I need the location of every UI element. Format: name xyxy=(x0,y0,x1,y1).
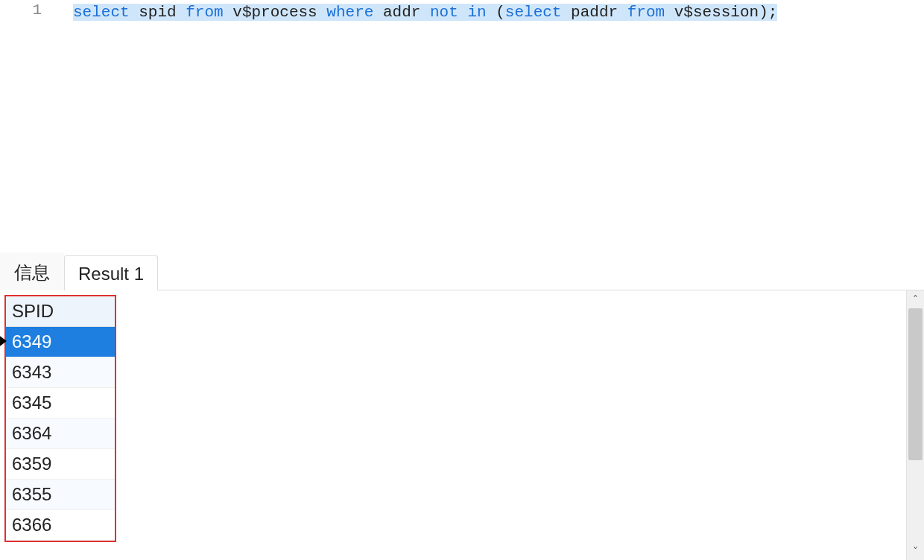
table-row[interactable]: 6359 xyxy=(6,449,115,480)
token-identifier: addr xyxy=(383,4,420,21)
results-pane: SPID 6349634363456364635963556366 ˄ ˅ xyxy=(0,290,924,560)
cell-spid[interactable]: 6355 xyxy=(6,480,115,510)
token-keyword: not xyxy=(430,4,458,21)
table-row[interactable]: 6366 xyxy=(6,510,115,541)
token-keyword: in xyxy=(467,4,486,21)
table-row[interactable]: 6355 xyxy=(6,480,115,510)
cell-spid[interactable]: 6343 xyxy=(6,357,115,388)
token-identifier xyxy=(130,4,139,21)
vertical-scrollbar[interactable]: ˄ ˅ xyxy=(906,290,924,560)
result-table[interactable]: SPID 6349634363456364635963556366 xyxy=(6,296,115,541)
table-row[interactable]: 6349 xyxy=(6,327,115,357)
token-delimiter: ( xyxy=(496,4,505,21)
token-identifier xyxy=(458,4,468,21)
token-identifier: v$session xyxy=(674,4,759,21)
token-identifier xyxy=(420,4,430,21)
cell-spid[interactable]: 6349 xyxy=(6,327,115,357)
result-tabs: 信息 Result 1 xyxy=(0,253,924,290)
token-identifier xyxy=(224,4,233,21)
scroll-up-arrow-icon[interactable]: ˄ xyxy=(907,290,924,308)
current-row-pointer-icon xyxy=(0,334,7,348)
token-identifier xyxy=(177,4,186,21)
token-delimiter: ; xyxy=(768,4,778,21)
token-identifier: paddr xyxy=(571,4,618,21)
line-number: 1 xyxy=(32,1,42,19)
token-delimiter: ) xyxy=(759,4,768,21)
cell-spid[interactable]: 6345 xyxy=(6,388,115,419)
scroll-track[interactable] xyxy=(907,308,924,542)
result-table-highlight: SPID 6349634363456364635963556366 xyxy=(4,295,116,542)
token-identifier xyxy=(317,4,327,21)
sql-editor[interactable]: 1 select spid from v$process where addr … xyxy=(0,0,924,253)
table-row[interactable]: 6343 xyxy=(6,357,115,388)
token-keyword: from xyxy=(627,4,665,21)
line-gutter: 1 xyxy=(0,0,54,253)
token-keyword: select xyxy=(73,4,130,21)
token-identifier: v$process xyxy=(232,4,317,21)
cell-spid[interactable]: 6359 xyxy=(6,449,115,480)
token-keyword: where xyxy=(326,4,373,21)
cell-spid[interactable]: 6366 xyxy=(6,510,115,541)
tab-info[interactable]: 信息 xyxy=(0,252,64,290)
column-header-spid[interactable]: SPID xyxy=(6,296,115,327)
token-identifier xyxy=(561,4,571,21)
results-scroll-area[interactable]: SPID 6349634363456364635963556366 xyxy=(0,290,906,560)
code-content[interactable]: select spid from v$process where addr no… xyxy=(54,0,924,253)
scroll-thumb[interactable] xyxy=(908,308,923,460)
cell-spid[interactable]: 6364 xyxy=(6,419,115,449)
token-identifier xyxy=(373,4,383,21)
token-keyword: from xyxy=(186,4,223,21)
token-identifier xyxy=(665,4,674,21)
scroll-down-arrow-icon[interactable]: ˅ xyxy=(907,542,924,560)
token-identifier: spid xyxy=(139,4,176,21)
tab-result-1[interactable]: Result 1 xyxy=(64,255,158,290)
table-row[interactable]: 6345 xyxy=(6,388,115,419)
token-identifier xyxy=(487,4,496,21)
token-identifier xyxy=(618,4,627,21)
table-row[interactable]: 6364 xyxy=(6,419,115,449)
token-keyword: select xyxy=(505,4,562,21)
